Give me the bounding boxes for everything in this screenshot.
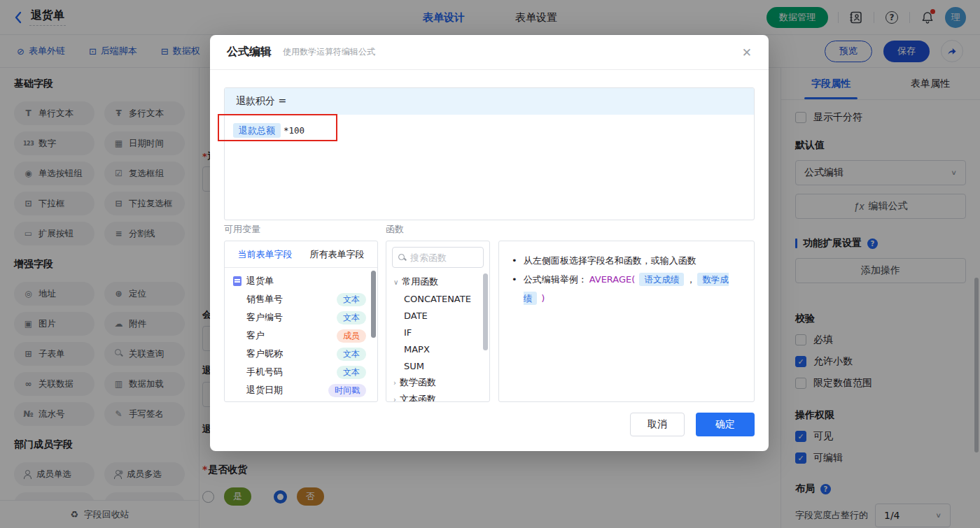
variables-panel: 当前表单字段 所有表单字段 退货单 销售单号文本 客户编号文本 客户成员 客户昵… xyxy=(224,241,378,402)
function-name: AVERAGE( xyxy=(589,274,636,285)
tree-root[interactable]: 退货单 xyxy=(225,272,377,290)
caret-right-icon: › xyxy=(393,396,396,403)
variable-row[interactable]: 退货日期时间戳 xyxy=(225,381,377,399)
function-item[interactable]: CONCATENATE xyxy=(386,290,489,307)
close-icon[interactable]: ✕ xyxy=(742,45,752,59)
function-group-math[interactable]: ›数学函数 xyxy=(386,374,489,391)
help-panel: • 从左侧面板选择字段名和函数，或输入函数 • 公式编辑举例：AVERAGE(语… xyxy=(498,241,755,402)
variable-row[interactable]: 客户成员 xyxy=(225,327,377,345)
type-badge: 文本 xyxy=(337,293,366,306)
scrollbar-thumb[interactable] xyxy=(371,271,376,338)
variable-row[interactable]: 客户昵称文本 xyxy=(225,345,377,363)
function-item[interactable]: SUM xyxy=(386,357,489,374)
search-icon xyxy=(398,254,406,262)
type-badge: 成员 xyxy=(337,329,366,343)
caret-down-icon: ∨ xyxy=(393,278,398,286)
variable-row[interactable]: 销售单号文本 xyxy=(225,290,377,308)
formula-target: 退款积分 = xyxy=(225,88,754,115)
app-root: 退货单 表单设计 表单设置 数据管理 ? 理 ⊘表单外链 ⊡后端脚本 ⊟ xyxy=(0,0,980,528)
bullet: • xyxy=(512,251,517,270)
scrollbar-thumb[interactable] xyxy=(483,273,488,350)
function-search[interactable] xyxy=(392,247,484,268)
function-item[interactable]: MAPX xyxy=(386,341,489,357)
functions-label: 函数 xyxy=(386,223,404,236)
help-line-2: • 公式编辑举例：AVERAGE(语文成绩，数学成绩) xyxy=(512,270,741,308)
example-chip: 语文成绩 xyxy=(639,273,684,286)
variable-row[interactable]: 手机号码文本 xyxy=(225,363,377,381)
form-icon xyxy=(233,276,241,286)
functions-panel: ∨常用函数 CONCATENATE DATE IF MAPX SUM ›数学函数… xyxy=(386,241,490,402)
dialog-title: 公式编辑 xyxy=(227,45,272,59)
dialog-subtitle: 使用数学运算符编辑公式 xyxy=(283,46,375,58)
caret-right-icon: › xyxy=(393,379,396,387)
formula-edit-dialog: 公式编辑 使用数学运算符编辑公式 ✕ 退款积分 = 退款总额*100 可用变量 … xyxy=(210,35,769,451)
type-badge: 文本 xyxy=(337,348,366,361)
type-badge: 时间戳 xyxy=(328,384,366,397)
function-group-common[interactable]: ∨常用函数 xyxy=(386,273,489,290)
variables-label: 可用变量 xyxy=(224,223,260,236)
tab-all-form-fields[interactable]: 所有表单字段 xyxy=(310,248,365,261)
confirm-button[interactable]: 确定 xyxy=(696,413,755,436)
bullet: • xyxy=(512,270,517,289)
function-group-text[interactable]: ›文本函数 xyxy=(386,391,489,402)
function-item[interactable]: DATE xyxy=(386,307,489,324)
formula-editor[interactable]: 退款积分 = 退款总额*100 xyxy=(224,87,755,220)
cancel-button[interactable]: 取消 xyxy=(630,413,685,436)
variable-row[interactable]: 客户编号文本 xyxy=(225,308,377,327)
type-badge: 文本 xyxy=(337,311,366,324)
type-badge: 文本 xyxy=(337,366,366,379)
help-line-1: • 从左侧面板选择字段名和函数，或输入函数 xyxy=(512,251,741,270)
tab-current-form-fields[interactable]: 当前表单字段 xyxy=(238,248,293,261)
annotation-box xyxy=(218,114,337,141)
search-input[interactable] xyxy=(410,252,473,263)
function-item[interactable]: IF xyxy=(386,324,489,341)
